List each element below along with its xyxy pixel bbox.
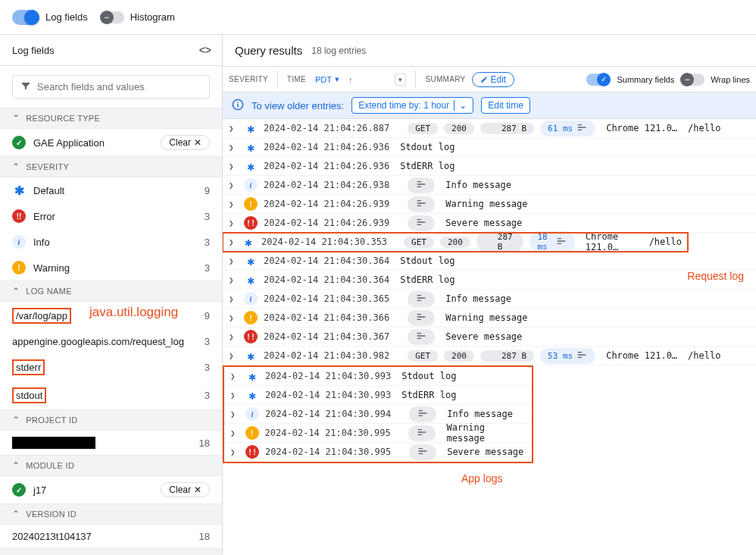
user-agent: Chrome 121.0… [606,123,677,133]
edit-time-button[interactable]: Edit time [481,97,530,114]
log-row[interactable]: ❯!2024-02-14 21:04:26.939Warning message [223,195,756,214]
log-row[interactable]: ❯✱2024-02-14 21:04:26.887GET200287 B61 m… [223,119,756,138]
log-row[interactable]: ❯✱2024-02-14 21:04:30.364StdERR log [223,271,756,290]
summary-fields-toggle[interactable]: ✓ Summary fields [586,74,674,86]
field-row[interactable]: !!Error3 [0,203,222,229]
time-dropdown[interactable]: ▾ [395,74,406,86]
log-row[interactable]: ❯!2024-02-14 21:04:30.366Warning message [223,309,756,328]
histogram-toggle[interactable]: − Histogram [100,11,175,24]
field-row[interactable]: appengine.googleapis.com/request_log3 [0,330,222,353]
redacted-value [12,437,95,449]
log-row[interactable]: ❯!!2024-02-14 21:04:30.367Severe message [223,328,756,346]
expand-row-icon[interactable]: ❯ [229,275,238,285]
expand-row-icon[interactable]: ❯ [230,428,239,438]
log-row[interactable]: ❯i2024-02-14 21:04:30.365Info message [223,290,756,309]
content: Query results 18 log entries SEVERITY TI… [223,35,756,555]
severity-warning-icon: ! [244,197,258,211]
latency: 18 ms [530,231,574,252]
log-row[interactable]: ❯!!2024-02-14 21:04:26.939Severe message [223,214,756,233]
field-row[interactable]: !Warning3 [0,255,222,281]
log-fields-toggle-label: Log fields [45,11,88,23]
expand-row-icon[interactable]: ❯ [229,143,238,152]
log-row[interactable]: ❯✱2024-02-14 21:04:26.936Stdout log [223,138,756,157]
latency: 61 ms [540,121,595,136]
field-row[interactable]: 20240213t10413718 [0,525,222,548]
expand-row-icon[interactable]: ❯ [229,218,238,228]
expand-row-icon[interactable]: ❯ [229,161,238,171]
log-row[interactable]: ❯✱2024-02-14 21:04:30.364Stdout log [223,252,756,271]
timestamp: 2024-02-14 21:04:26.939 [264,199,389,209]
summary-format-icon [415,197,427,212]
expand-row-icon[interactable]: ❯ [230,447,239,457]
section-header[interactable]: ⌃PROJECT ID [0,409,222,431]
chevron-up-icon: ⌃ [12,161,20,172]
log-row[interactable]: ❯✱2024-02-14 21:04:30.982GET200287 B53 m… [223,346,756,365]
summary-format-icon [416,426,428,441]
field-label: stderr [12,359,45,375]
section-header[interactable]: ⌃SEVERITY [0,156,222,177]
search-input[interactable] [12,75,210,99]
field-count: 3 [205,262,210,274]
clear-button[interactable]: Clear ✕ [161,482,210,497]
log-row[interactable]: ❯i2024-02-14 21:04:26.938Info message [223,176,756,195]
field-row[interactable]: iInfo3 [0,229,222,255]
field-row[interactable]: stdout3 [0,381,222,409]
expand-row-icon[interactable]: ❯ [229,199,238,209]
results-toolbar: SEVERITY TIME PDT ▾ ↑ ▾ SUMMARY Edit ✓ S… [223,67,756,92]
severity-default-icon: ✱ [244,140,258,154]
log-row[interactable]: ❯✱2024-02-14 21:04:30.993StdERR log [224,386,532,405]
log-row[interactable]: ❯✱2024-02-14 21:04:30.993Stdout log [224,367,532,386]
app-root: Log fields − Histogram Log fields < > ⌃R… [0,0,756,555]
expand-row-icon[interactable]: ❯ [229,124,238,133]
field-label: Default [33,185,64,196]
svg-rect-2 [237,102,238,102]
expand-row-icon[interactable]: ❯ [230,390,239,400]
field-row[interactable]: 18 [0,431,222,455]
results-header: Query results 18 log entries [223,35,756,67]
timezone-dropdown[interactable]: PDT ▾ [312,73,342,86]
log-row[interactable]: ❯!2024-02-14 21:04:30.995Warning message [224,424,532,443]
expand-row-icon[interactable]: ❯ [229,180,238,190]
field-row[interactable]: ✱Default9 [0,177,222,203]
expand-row-icon[interactable]: ❯ [230,409,239,419]
edit-summary-button[interactable]: Edit [472,72,515,87]
expand-row-icon[interactable]: ❯ [229,313,238,323]
timestamp: 2024-02-14 21:04:30.364 [264,274,389,285]
extend-time-button[interactable]: Extend time by: 1 hour⌄ [351,97,473,114]
severity-error-icon: !! [245,445,259,459]
severity-default-icon: ✱ [245,388,259,402]
summary-format-icon [415,292,427,306]
expand-row-icon[interactable]: ❯ [229,294,238,304]
timestamp: 2024-02-14 21:04:26.938 [264,180,389,190]
field-row[interactable]: ✓j17Clear ✕ [0,476,222,503]
response-size: 287 B [476,231,524,252]
clear-button[interactable]: Clear ✕ [161,135,210,150]
section-header[interactable]: ⌃RESOURCE TYPE [0,108,222,129]
field-label: 20240213t104137 [12,531,92,542]
http-method: GET [408,350,438,362]
wrap-lines-toggle[interactable]: − Wrap lines [680,74,750,86]
expand-row-icon[interactable]: ❯ [229,256,238,266]
section-header[interactable]: ⌃MODULE ID [0,455,222,476]
log-row[interactable]: ❯i2024-02-14 21:04:30.994Info message [224,405,532,424]
expand-row-icon[interactable]: ❯ [229,237,236,247]
field-count: 3 [205,211,210,222]
log-row[interactable]: ❯✱2024-02-14 21:04:26.936StdERR log [223,157,756,176]
section-header[interactable]: ⌃VERSION ID [0,503,222,525]
field-row[interactable]: stderr3 [0,353,222,381]
expand-row-icon[interactable]: ❯ [229,332,238,342]
field-row[interactable]: ✓GAE ApplicationClear ✕ [0,129,222,156]
expand-icon[interactable]: < > [199,44,210,56]
timestamp: 2024-02-14 21:04:30.353 [261,237,387,247]
expand-row-icon[interactable]: ❯ [230,372,239,381]
log-fields-toggle[interactable]: Log fields [12,10,88,25]
section-header[interactable]: ⌃LOG NAME [0,281,222,302]
sort-asc-icon[interactable]: ↑ [348,75,353,84]
section-header[interactable]: ⌃ZONE [0,548,222,555]
log-row[interactable]: ❯✱2024-02-14 21:04:30.353GET200287 B18 m… [223,233,688,252]
expand-row-icon[interactable]: ❯ [229,351,238,361]
log-message: Stdout log [400,256,455,266]
log-row[interactable]: ❯!!2024-02-14 21:04:30.995Severe message [224,443,532,462]
timestamp: 2024-02-14 21:04:30.367 [264,331,389,342]
log-message: Severe message [447,447,523,457]
